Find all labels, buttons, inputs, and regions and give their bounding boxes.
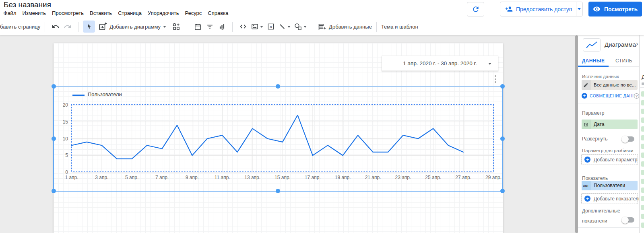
resize-handle[interactable] — [500, 84, 505, 89]
field-chip[interactable] — [641, 196, 644, 201]
date-range-picker[interactable]: 1 апр. 2020 г. - 30 апр. 2020 г. — [382, 56, 498, 71]
add-dimension-button[interactable]: + Добавьте параметр — [581, 154, 638, 165]
report-title[interactable]: Без названия — [4, 0, 51, 9]
menu-arrange[interactable]: Упорядочить — [145, 9, 182, 17]
menu-resource[interactable]: Ресурс — [182, 9, 205, 17]
date-range-control-button[interactable] — [192, 21, 204, 33]
report-page[interactable]: 1 апр.3 апр.5 апр.7 апр.9 апр.11 апр.13 … — [54, 43, 503, 233]
help-icon[interactable]: ? — [634, 93, 639, 99]
redo-icon — [64, 23, 72, 31]
filter-control-button[interactable] — [204, 21, 216, 33]
data-source-chip[interactable]: Все данные по ве... — [582, 80, 638, 90]
field-chip[interactable] — [641, 109, 644, 114]
field-chip[interactable] — [641, 161, 644, 167]
field-chip[interactable] — [641, 179, 644, 184]
tab-style[interactable]: СТИЛЬ — [609, 54, 639, 67]
panel-divider — [578, 103, 639, 103]
menu-edit[interactable]: Изменить — [19, 9, 49, 17]
field-chip[interactable] — [641, 91, 644, 97]
caret-down-icon — [303, 26, 307, 28]
metric-type-badge: AUT — [582, 181, 590, 190]
calendar-icon — [194, 23, 202, 31]
add-data-label: Добавить данные — [329, 24, 372, 30]
menu-file[interactable]: Файл — [0, 9, 19, 17]
dimension-value: Дата — [590, 122, 605, 127]
field-chip[interactable] — [641, 205, 644, 210]
chart-properties-panel: Диаграмма › ДАННЫЕ СТИЛЬ Источник данных… — [578, 35, 639, 233]
field-chip[interactable] — [641, 118, 644, 123]
resize-handle[interactable] — [500, 136, 505, 141]
plus-icon: + — [582, 93, 587, 99]
panel-tabs: ДАННЫЕ СТИЛЬ — [578, 54, 639, 67]
resize-handle[interactable] — [276, 189, 280, 193]
theme-template-button[interactable]: Тема и шаблон — [381, 24, 418, 30]
shape-button[interactable] — [294, 23, 307, 31]
resize-handle[interactable] — [52, 84, 56, 89]
field-chip[interactable] — [641, 188, 644, 193]
search-icon[interactable] — [642, 82, 644, 85]
person-add-icon — [500, 5, 513, 13]
metric-chip[interactable]: AUT Пользователи — [582, 181, 638, 190]
add-chart-label: Добавить диаграмму — [109, 24, 161, 30]
embed-button[interactable] — [237, 21, 249, 33]
add-page-button[interactable]: бавить страницу — [0, 24, 40, 30]
undo-button[interactable] — [50, 21, 62, 33]
image-button[interactable] — [251, 23, 263, 31]
resize-handle[interactable] — [276, 84, 280, 89]
field-chip[interactable] — [641, 126, 644, 132]
add-metric-button[interactable]: + Добавьте показатель — [581, 193, 638, 204]
tab-data[interactable]: ДАННЫЕ — [578, 54, 609, 67]
resize-handle[interactable] — [52, 136, 56, 141]
community-viz-button[interactable] — [170, 21, 182, 33]
chevron-right-icon[interactable]: › — [636, 40, 638, 47]
share-button[interactable]: Предоставить доступ — [500, 2, 583, 16]
resize-handle[interactable] — [52, 189, 56, 193]
blend-data-button[interactable]: + СОВМЕЩЕНИЕ ДАНН — [581, 93, 636, 99]
select-tool-button[interactable] — [83, 21, 95, 33]
drill-down-label: Развернуть — [582, 136, 608, 142]
toolbar-divider — [45, 22, 45, 32]
caret-down-icon — [287, 26, 291, 28]
field-chip[interactable] — [641, 214, 644, 219]
refresh-button[interactable] — [467, 2, 484, 16]
breakdown-dimension-label: Параметр для разбивки — [582, 148, 633, 153]
kebab-menu[interactable] — [493, 74, 497, 84]
field-chip[interactable] — [641, 223, 644, 228]
text-button[interactable]: A — [265, 21, 277, 33]
plus-icon: + — [584, 196, 590, 202]
undo-icon — [52, 23, 60, 31]
chart-type-icon[interactable] — [583, 38, 601, 52]
field-chip[interactable] — [641, 135, 644, 140]
view-button-label: Посмотреть — [604, 6, 638, 12]
data-source-value: Все данные по ве... — [590, 82, 636, 87]
field-chip[interactable] — [641, 144, 644, 149]
menubar: Файл Изменить Просмотреть Вставить Стран… — [0, 9, 231, 17]
field-chip[interactable] — [641, 153, 644, 158]
add-data-button[interactable]: Добавить данные — [318, 23, 372, 31]
menu-help[interactable]: Справка — [205, 9, 231, 17]
caret-down-icon — [488, 63, 491, 65]
fields-panel: Д — [640, 35, 644, 233]
menu-view[interactable]: Просмотреть — [49, 9, 87, 17]
field-chip[interactable] — [641, 170, 644, 175]
dimension-label: Параметр — [582, 110, 604, 116]
line-button[interactable] — [279, 23, 291, 31]
menu-page[interactable]: Страница — [115, 9, 145, 17]
app-header: Без названия Файл Изменить Просмотреть В… — [0, 0, 644, 18]
toolbar-divider — [187, 22, 187, 32]
add-chart-button[interactable]: Добавить диаграмму — [98, 22, 166, 31]
view-button[interactable]: Посмотреть — [588, 2, 642, 16]
field-chip[interactable] — [641, 100, 644, 105]
drill-down-toggle[interactable] — [622, 136, 634, 142]
share-dropdown[interactable] — [576, 8, 582, 10]
resize-handle[interactable] — [500, 189, 505, 193]
community-viz-icon — [172, 23, 180, 31]
optional-metrics-toggle[interactable] — [622, 217, 634, 223]
filter-icon — [206, 23, 214, 31]
redo-button[interactable] — [62, 21, 74, 33]
menu-insert[interactable]: Вставить — [87, 9, 115, 17]
dimension-chip[interactable]: Дата — [582, 120, 638, 129]
edit-pencil-icon[interactable] — [582, 80, 590, 90]
data-control-button[interactable] — [216, 21, 228, 33]
vertical-scrollbar[interactable] — [575, 35, 578, 233]
